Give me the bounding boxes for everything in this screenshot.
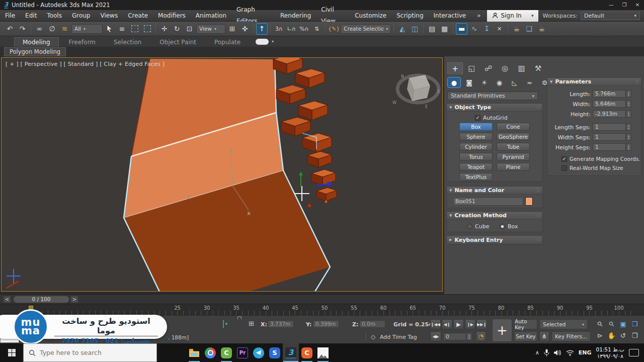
box-radio[interactable] [500, 224, 505, 229]
timeline-ruler[interactable]: 253035404550556065707580859095100 [0, 304, 644, 315]
width-spinner[interactable]: ▴▾ [626, 100, 631, 108]
cone-button[interactable]: Cone [497, 123, 530, 131]
close-button[interactable]: ✕ [631, 0, 644, 10]
taskbar-chrome[interactable] [202, 343, 218, 362]
workspace-dropdown[interactable]: Default ▾ [581, 12, 640, 20]
parameters-header[interactable]: ▼ Parameters ⠿ [547, 78, 641, 86]
keyboard-entry-header[interactable]: ▶ Keyboard Entry ⠿ [447, 236, 542, 244]
menu-rendering[interactable]: Rendering [275, 10, 316, 22]
select-and-rotate-button[interactable]: ↻ [171, 23, 183, 35]
percent-snap-toggle[interactable]: %∩ [298, 23, 310, 35]
plane-button[interactable]: Plane [497, 163, 530, 171]
menu-edit[interactable]: Edit [20, 10, 42, 22]
cameras-category-button[interactable]: ◉ [493, 77, 506, 88]
taskbar-3ds-max[interactable]: 3 [283, 343, 299, 362]
rendered-frame-window-button[interactable]: ❏ [523, 23, 535, 35]
edit-named-selection-sets-button[interactable]: {✎} [328, 23, 340, 35]
x-coord-field[interactable]: 3.737m [268, 320, 294, 328]
play-button[interactable]: ▶ [453, 319, 464, 329]
speaker-icon[interactable] [554, 349, 561, 356]
menu-customize[interactable]: Customize [350, 10, 391, 22]
utilities-panel-tab[interactable]: ⚒ [530, 62, 546, 74]
caret-down-icon[interactable]: ▾ [272, 39, 274, 44]
hierarchy-panel-tab[interactable]: ☍ [480, 62, 496, 74]
viewcube[interactable]: N E S W [392, 74, 440, 109]
unlink-selection-icon[interactable]: ∅ [46, 23, 58, 35]
key-filters-button[interactable]: Key Filters... [551, 331, 591, 341]
go-to-start-button[interactable]: ❙◀◀ [430, 319, 441, 329]
selection-set-dropdown[interactable]: Selected ▾ [539, 319, 588, 329]
snaps-toggle-3d[interactable]: 3∩ [273, 23, 285, 35]
taskbar-photos[interactable] [315, 343, 331, 362]
taskbar-blue-s-app[interactable]: S [267, 343, 283, 362]
add-time-tag[interactable]: Add Time Tag [380, 334, 417, 340]
object-name-field[interactable]: Box051 [453, 197, 523, 206]
sign-in-button[interactable]: Sign In ▾ [487, 10, 539, 22]
pan-to-selected-icon[interactable]: ⊳ [595, 330, 605, 341]
set-key-button[interactable]: Set Key [514, 331, 537, 341]
key-filter-icon-button[interactable]: ⋔ [539, 331, 549, 341]
taskbar-premiere[interactable]: Pr [234, 343, 251, 362]
select-by-name-button[interactable]: ≡ [116, 23, 128, 35]
select-and-manipulate-button[interactable]: ✜ [239, 23, 251, 35]
torus-button[interactable]: Torus [459, 153, 493, 161]
rectangular-selection-region-button[interactable] [129, 23, 140, 35]
height-spinner[interactable]: ▴▾ [626, 110, 631, 118]
cube-radio[interactable] [467, 224, 472, 229]
window-crossing-toggle[interactable] [141, 23, 153, 35]
object-type-header[interactable]: ▼ Object Type ⠿ [447, 104, 542, 112]
geosphere-button[interactable]: GeoSphere [497, 133, 530, 141]
modify-panel-tab[interactable]: ◱ [464, 62, 479, 74]
start-button[interactable] [0, 343, 23, 362]
tab-freeform[interactable]: Freeform [61, 38, 104, 47]
perspective-viewport[interactable]: [ + ] [ Perspective ] [ Standard ] [ Cla… [1, 57, 443, 292]
named-selection-sets-dropdown[interactable]: Create Selection Se ▾ [341, 24, 391, 34]
length-segs-spinner[interactable]: ▴▾ [626, 123, 631, 131]
current-frame-field[interactable]: 0 [443, 333, 466, 340]
schematic-view-button[interactable]: ↧ [481, 23, 493, 35]
polygon-modeling-panel-button[interactable]: Polygon Modeling [4, 47, 66, 56]
render-setup-button[interactable]: ☕ [511, 23, 522, 35]
y-coord-field[interactable]: 0.399m [313, 320, 339, 328]
dotted-cube-x-icon[interactable]: ✕ [494, 23, 505, 35]
frame-spinner[interactable]: ▴▾ [466, 333, 472, 340]
primitive-category-dropdown[interactable]: Standard Primitives ▾ [447, 92, 538, 100]
length-spinner[interactable]: ▴▾ [626, 90, 631, 98]
name-color-header[interactable]: ▼ Name and Color ⠿ [447, 187, 542, 195]
width-segs-field[interactable]: 1 [593, 133, 626, 141]
angle-snap-toggle[interactable]: ∟∩ [286, 23, 297, 35]
tab-populate[interactable]: Populate [206, 38, 249, 47]
undo-button[interactable]: ↶ [4, 23, 16, 35]
absolute-mode-icon[interactable]: ⊞ [249, 320, 254, 327]
curve-editor-button[interactable]: ∿ [468, 23, 480, 35]
tray-clock[interactable]: 01:51 ب.ظ ١٣٩٩/٠٩/٠٨ [596, 346, 624, 359]
ribbon-minimize-icon[interactable] [256, 39, 269, 45]
select-and-move-button[interactable]: ✛ [158, 23, 170, 35]
taskbar-camtasia-orange[interactable]: C [299, 343, 315, 362]
minimize-button[interactable]: — [605, 0, 618, 10]
restore-button[interactable]: ❐ [618, 0, 631, 10]
autogrid-checkbox[interactable]: ✓ [475, 115, 480, 121]
wifi-icon[interactable] [566, 350, 574, 356]
redo-button[interactable]: ↷ [17, 23, 28, 35]
search-input[interactable] [40, 349, 140, 356]
menu-animation[interactable]: Animation [191, 10, 231, 22]
spacewarps-category-button[interactable]: ≈ [523, 77, 536, 88]
creation-method-header[interactable]: ▼ Creation Method ⠿ [447, 212, 542, 220]
frame-counter[interactable]: 0 / 100 [13, 296, 69, 303]
tab-object-paint[interactable]: Object Paint [151, 38, 204, 47]
generate-mapping-coords-checkbox[interactable]: ✓ [561, 156, 567, 162]
reference-coordinate-dropdown[interactable]: View ▾ [196, 24, 225, 34]
toggle-scene-explorer-button[interactable]: ▤ [426, 23, 438, 35]
menu-scripting[interactable]: Scripting [391, 10, 428, 22]
tab-modeling[interactable]: Modeling [14, 37, 59, 47]
bind-to-spacewarp-icon[interactable]: ≋ [59, 23, 70, 35]
taskbar-telegram[interactable] [251, 343, 267, 362]
previous-frame-arrow[interactable]: < [3, 296, 11, 303]
menu-create[interactable]: Create [123, 10, 153, 22]
textplus-button[interactable]: TextPlus [459, 173, 493, 181]
geometry-category-button[interactable]: ● [447, 77, 461, 88]
microphone-icon[interactable] [544, 349, 549, 356]
use-pivot-center-button[interactable]: ⊞ [226, 23, 238, 35]
real-world-map-size-checkbox[interactable] [561, 165, 567, 171]
